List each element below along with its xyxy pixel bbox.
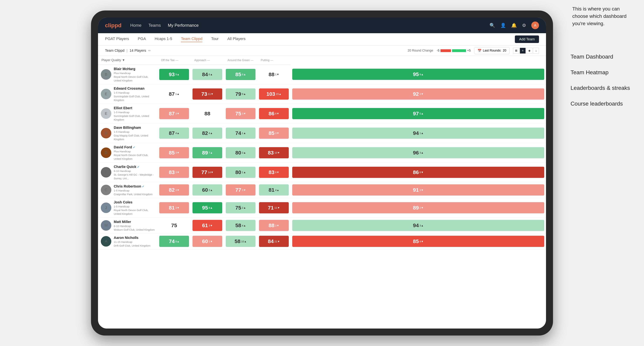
metric-off_tee: 824▲ — [191, 123, 224, 143]
metric-change: 3▼ — [275, 132, 279, 135]
player-cell: MMatt Miller6-10 HandicapWoburn Golf Clu… — [98, 218, 158, 233]
avatar[interactable]: E — [101, 108, 111, 119]
view-grid-button[interactable]: ⊞ — [513, 48, 519, 54]
subnav-tour[interactable]: Tour — [211, 36, 218, 42]
table-row[interactable]: EElliot Ebert1-5 HandicapSunningdale Gol… — [98, 104, 546, 123]
dashboard-option-2[interactable]: Team Heatmap — [570, 65, 630, 80]
metric-change: 3▼ — [420, 92, 424, 95]
metric-value: 77 — [202, 169, 207, 175]
dashboard-options-list: Team Dashboard Team Heatmap Leaderboards… — [570, 49, 630, 112]
metric-value: 92 — [413, 91, 419, 97]
last-rounds-button[interactable]: 📅 Last Rounds: 20 — [474, 47, 510, 54]
table-row[interactable]: AAaron Nicholls11-15 HandicapDrift Golf … — [98, 233, 546, 249]
player-club: Sunningdale Golf Club, United Kingdom — [114, 114, 155, 121]
player-club: Royal North Devon Golf Club, United King… — [114, 153, 155, 161]
metric-change: 9▲ — [242, 92, 246, 95]
metric-change: 2▲ — [242, 206, 246, 209]
metric-approach: 858▲ — [224, 65, 257, 84]
metric-change: 1▼ — [275, 73, 279, 76]
dashboard-option-3[interactable]: Leaderboards & streaks — [570, 80, 630, 96]
metric-change: 15▲ — [276, 92, 282, 95]
player-info: Elliot Ebert1-5 HandicapSunningdale Golf… — [114, 106, 155, 121]
table-row[interactable]: MMatt Miller6-10 HandicapWoburn Golf Clu… — [98, 218, 546, 233]
player-info: Matt Miller6-10 HandicapWoburn Golf Club… — [114, 219, 155, 231]
player-info: Chris Robertson ✓1-5 HandicapCraigmillar… — [114, 184, 152, 196]
subnav-pga[interactable]: PGA — [138, 36, 146, 42]
metric-value: 75 — [171, 222, 177, 228]
add-team-button[interactable]: Add Team — [515, 35, 539, 43]
avatar[interactable]: E — [101, 89, 111, 99]
subnav-pgat[interactable]: PGAT Players — [105, 36, 129, 42]
nav-teams[interactable]: Teams — [148, 23, 161, 28]
table-row[interactable]: BBlair McHargPlus HandicapRoyal North De… — [98, 65, 546, 84]
metric-putting: 868▼ — [290, 163, 546, 182]
metric-change: 4▲ — [275, 188, 279, 191]
tablet-screen: clippd Home Teams My Performance 🔍 👤 🔔 ⚙… — [98, 17, 546, 329]
table-row[interactable]: EEdward Crossman1-5 HandicapSunningdale … — [98, 84, 546, 104]
metric-value: 82 — [169, 187, 175, 193]
subnav-team-clippd[interactable]: Team Clippd — [181, 36, 202, 42]
metric-value: 89 — [202, 150, 208, 156]
dashboard-option-1[interactable]: Team Dashboard — [570, 49, 630, 65]
metric-value: 85 — [413, 238, 419, 244]
nav-home[interactable]: Home — [130, 23, 142, 28]
view-download-button[interactable]: ↓ — [533, 48, 539, 54]
metric-change: 4▲ — [175, 132, 180, 135]
metric-around_green: 882▼ — [257, 218, 290, 233]
avatar[interactable]: B — [101, 69, 111, 80]
subnav-all-players[interactable]: All Players — [227, 36, 246, 42]
logo[interactable]: clippd — [105, 22, 122, 29]
nav-my-performance[interactable]: My Performance — [168, 23, 198, 28]
table-row[interactable]: DDave Billingham1-5 HandicapGog Magog Go… — [98, 123, 546, 143]
metric-change: 2▲ — [208, 188, 212, 191]
avatar[interactable]: J — [101, 202, 111, 213]
settings-icon[interactable]: ⚙ — [522, 23, 526, 28]
top-navigation: clippd Home Teams My Performance 🔍 👤 🔔 ⚙… — [98, 17, 546, 33]
metric-value: 89 — [413, 205, 419, 211]
metric-value: 97 — [413, 111, 419, 117]
metric-value: 83 — [169, 169, 175, 175]
avatar[interactable]: C — [101, 167, 111, 177]
table-row[interactable]: DDavid Ford ✓Plus HandicapRoyal North De… — [98, 143, 546, 163]
metric-value: 86 — [413, 169, 419, 175]
player-handicap: 6-10 Handicap — [114, 224, 155, 228]
player-name: Chris Robertson ✓ — [114, 184, 152, 189]
team-name: Team Clippd — [105, 49, 124, 53]
metric-value: 58 — [235, 222, 241, 228]
metric-change: 3▲ — [420, 224, 424, 227]
dashboard-option-4[interactable]: Course leaderboards — [570, 96, 630, 112]
metric-value: 103 — [266, 91, 275, 97]
bell-icon[interactable]: 🔔 — [511, 23, 517, 28]
avatar[interactable]: A — [101, 236, 111, 247]
table-row[interactable]: CCharlie Quick ✓6-10 HandicapSt. George'… — [98, 163, 546, 182]
metric-quality: 873▼ — [158, 104, 191, 123]
metric-change: 3▼ — [242, 112, 246, 115]
avatar[interactable]: D — [101, 128, 111, 138]
metric-change: 6▲ — [208, 73, 212, 76]
metric-off_tee: 602▲ — [191, 182, 224, 198]
metric-change: 1▲ — [242, 132, 246, 135]
table-row[interactable]: JJosh Coles1-5 HandicapRoyal North Devon… — [98, 198, 546, 218]
table-row[interactable]: CChris Robertson ✓1-5 HandicapCraigmilla… — [98, 182, 546, 198]
subnav-hcaps[interactable]: Hcaps 1-5 — [155, 36, 172, 42]
avatar[interactable]: D — [101, 148, 111, 158]
player-cell: CChris Robertson ✓1-5 HandicapCraigmilla… — [98, 182, 158, 198]
avatar[interactable]: C — [101, 185, 111, 195]
round-change-bar: -5 +5 — [436, 49, 471, 52]
metric-value: 74 — [169, 238, 175, 244]
metric-value: 87 — [169, 111, 175, 117]
view-table-button[interactable]: ≡ — [520, 48, 526, 54]
player-info: Charlie Quick ✓6-10 HandicapSt. George's… — [114, 164, 155, 180]
player-name: Elliot Ebert — [114, 106, 155, 110]
player-name: David Ford ✓ — [114, 145, 155, 150]
edit-icon[interactable]: ✏ — [148, 49, 151, 53]
round-pos: +5 — [467, 49, 471, 52]
search-icon[interactable]: 🔍 — [490, 23, 495, 28]
player-handicap: 1-5 Handicap — [114, 130, 155, 134]
view-heatmap-button[interactable]: ◈ — [526, 48, 532, 54]
metric-value: 85 — [235, 71, 241, 77]
metric-value: 96 — [413, 150, 419, 156]
profile-icon[interactable]: 👤 — [500, 23, 506, 28]
avatar[interactable]: M — [101, 220, 111, 231]
avatar[interactable]: A — [531, 21, 539, 29]
